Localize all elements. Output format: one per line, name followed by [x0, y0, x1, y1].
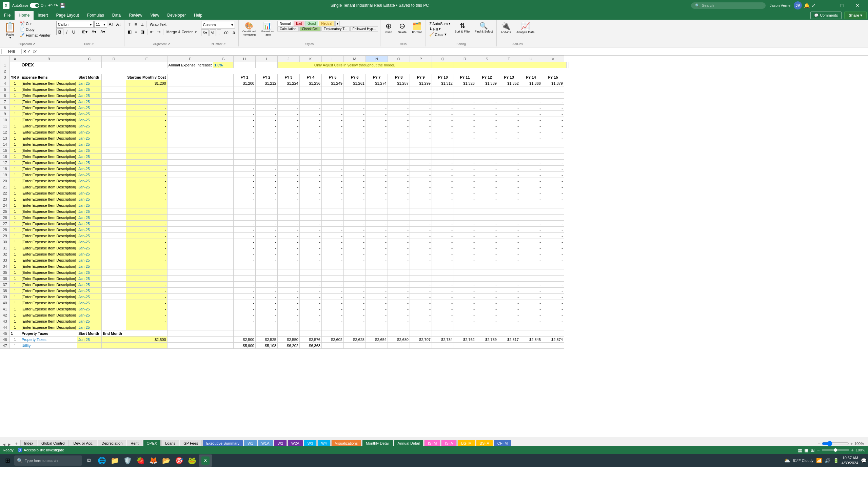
user-avatar[interactable]: JV: [794, 1, 802, 9]
sort-filter-button[interactable]: ⇅ Sort & Filter: [453, 21, 472, 34]
col-header-o[interactable]: O: [388, 56, 410, 62]
tab-file[interactable]: File: [0, 11, 15, 20]
col-header-q[interactable]: Q: [432, 56, 454, 62]
taskbar-folder[interactable]: 📂: [160, 454, 172, 467]
delete-button[interactable]: ⊖ Delete: [396, 21, 409, 42]
col-header-t[interactable]: T: [498, 56, 520, 62]
undo-button[interactable]: ↶: [48, 2, 53, 9]
comma-button[interactable]: ,: [217, 29, 221, 36]
cell-e4[interactable]: $1,200: [126, 80, 167, 86]
taskbar-defender[interactable]: 🛡️: [121, 454, 134, 467]
col-header-s[interactable]: S: [476, 56, 498, 62]
network-icon[interactable]: 📶: [816, 458, 822, 463]
sheet-nav-left[interactable]: ◀: [1, 443, 7, 446]
expand-icon[interactable]: ⤢: [812, 3, 816, 8]
taskbar-strawberry[interactable]: 🍓: [134, 454, 146, 467]
cell-reference-box[interactable]: [1, 49, 22, 54]
style-normal[interactable]: Normal: [277, 21, 293, 26]
save-button[interactable]: 💾: [60, 2, 65, 9]
start-button[interactable]: ⊞: [1, 454, 14, 467]
cell-b4[interactable]: [Enter Expense Item Description]: [20, 80, 77, 86]
indent-increase-button[interactable]: ⇥: [156, 28, 162, 35]
cell-b1[interactable]: OPEX: [20, 62, 77, 68]
cell-j1[interactable]: Only Adjust Cells in yellow throughout t…: [277, 62, 432, 68]
copy-button[interactable]: 📄 Copy: [19, 27, 52, 32]
format-as-table-button[interactable]: 📊 Format as Table: [259, 21, 276, 37]
search-box[interactable]: 🔍 Search: [691, 2, 766, 9]
align-right-button[interactable]: ◨: [139, 28, 146, 35]
taskbar-firefox[interactable]: 🦊: [147, 454, 159, 467]
view-page-layout-button[interactable]: ▣: [804, 447, 809, 453]
close-button[interactable]: ✕: [850, 0, 865, 11]
cell-c1[interactable]: [77, 62, 102, 68]
tab-w1[interactable]: W1: [244, 440, 257, 446]
view-page-break-button[interactable]: ⊞: [811, 447, 815, 453]
font-size-dropdown[interactable]: 11▾: [94, 21, 107, 28]
col-header-d[interactable]: D: [102, 56, 126, 62]
col-header-u[interactable]: U: [520, 56, 542, 62]
tab-visualizations[interactable]: Visualizations: [331, 440, 361, 446]
taskbar-explorer[interactable]: 📁: [108, 454, 121, 467]
col-header-c[interactable]: C: [77, 56, 102, 62]
tab-insert[interactable]: Insert: [34, 11, 52, 20]
paste-button[interactable]: 📋 Paste ▾: [2, 21, 18, 40]
tab-dev-acq[interactable]: Dev. or Acq.: [70, 440, 97, 446]
format-painter-button[interactable]: 🖌️ Format Painter: [19, 33, 52, 38]
addins-button[interactable]: 🔌 Add-ins: [499, 21, 513, 42]
autosum-button[interactable]: ΣAutoSum▾: [428, 21, 452, 26]
analyze-data-button[interactable]: 📈 Analyze Data: [514, 21, 537, 42]
col-header-g[interactable]: G: [213, 56, 233, 62]
col-header-v[interactable]: V: [542, 56, 564, 62]
bold-button[interactable]: B: [56, 28, 63, 35]
insert-button[interactable]: ⊕ Insert: [382, 21, 394, 42]
col-header-n[interactable]: N: [366, 56, 388, 62]
tab-data[interactable]: Data: [108, 11, 125, 20]
font-color-button[interactable]: A▾: [99, 28, 107, 35]
autosave-toggle[interactable]: AutoSave On: [12, 3, 45, 8]
col-header-f[interactable]: F: [167, 56, 213, 62]
cancel-formula-button[interactable]: ✕: [23, 49, 26, 54]
col-header-k[interactable]: K: [299, 56, 321, 62]
tab-bs-m[interactable]: BS- M: [457, 440, 475, 446]
add-sheet-button[interactable]: +: [12, 441, 20, 446]
tab-review[interactable]: Review: [125, 11, 146, 20]
style-neutral[interactable]: Neutral: [319, 21, 334, 26]
cell-a1[interactable]: [10, 62, 20, 68]
wrap-text-button[interactable]: Wrap Text: [148, 21, 168, 28]
tab-w2a[interactable]: W2A: [288, 440, 303, 446]
notification-center[interactable]: 💬: [861, 458, 867, 463]
undo-redo[interactable]: ↶ ↷ 💾: [48, 2, 65, 9]
zoom-out-status[interactable]: −: [817, 447, 820, 453]
tab-index[interactable]: Index: [20, 440, 37, 446]
tab-w2[interactable]: W2: [274, 440, 287, 446]
volume-icon[interactable]: 🔊: [825, 458, 830, 463]
cut-button[interactable]: ✂️ Cut: [19, 21, 52, 26]
col-header-a[interactable]: A: [10, 56, 20, 62]
tab-developer[interactable]: Developer: [163, 11, 190, 20]
style-calculation[interactable]: Calculation: [277, 26, 299, 32]
style-good[interactable]: Good: [305, 21, 318, 26]
cell-d1[interactable]: [102, 62, 126, 68]
cell-e1[interactable]: [126, 62, 167, 68]
formula-input[interactable]: =IF(N$3<$A46,0,IF(N$3=$A46,$E46,M46*(1+$…: [39, 49, 867, 54]
minimize-button[interactable]: —: [818, 0, 834, 11]
tab-opex[interactable]: OPEX: [143, 440, 161, 446]
taskbar-edge[interactable]: 🌐: [96, 454, 108, 467]
tab-loans[interactable]: Loans: [161, 440, 179, 446]
italic-button[interactable]: I: [64, 28, 70, 35]
tab-global-control[interactable]: Global Control: [38, 440, 69, 446]
view-normal-button[interactable]: ▦: [798, 447, 802, 453]
tab-depreciation[interactable]: Depreciation: [98, 440, 126, 446]
decrease-font-button[interactable]: A↓: [115, 21, 122, 27]
confirm-formula-button[interactable]: ✓: [27, 49, 31, 54]
conditional-formatting-button[interactable]: 🎨 Conditional Formatting: [241, 21, 258, 37]
tab-monthly-detail[interactable]: Monthly Detail: [362, 440, 393, 446]
align-left-button[interactable]: ◧: [126, 28, 133, 35]
cell-f1[interactable]: Annual Expense Increase:: [167, 62, 213, 68]
styles-more-button[interactable]: ▾: [335, 21, 340, 26]
tab-home[interactable]: Home: [15, 11, 34, 20]
tab-view[interactable]: View: [146, 11, 163, 20]
col-header-p[interactable]: P: [410, 56, 432, 62]
align-top-button[interactable]: ⊤: [126, 21, 133, 28]
tab-cf-m[interactable]: CF- M: [494, 440, 512, 446]
